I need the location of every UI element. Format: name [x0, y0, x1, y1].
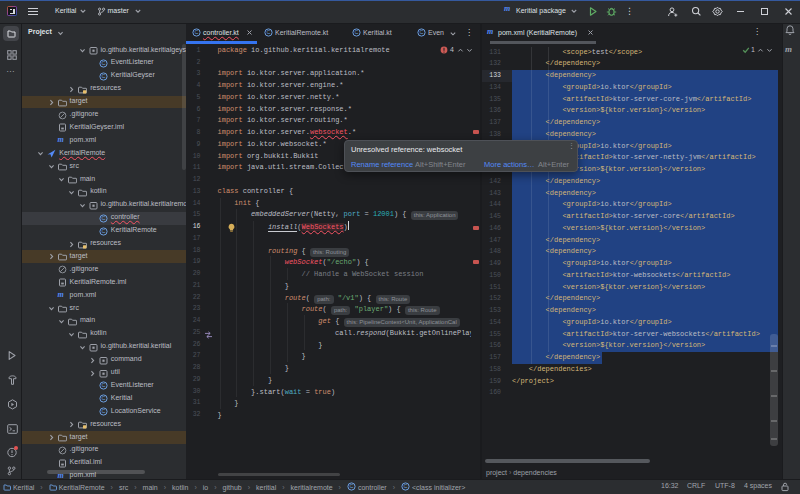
svg-text:C: C — [101, 396, 105, 402]
svg-text:C: C — [101, 409, 105, 415]
svg-text:C: C — [101, 383, 105, 389]
svg-text:C: C — [101, 228, 105, 234]
svg-text:C: C — [101, 73, 105, 79]
svg-text:C: C — [101, 215, 105, 221]
svg-text:C: C — [350, 483, 354, 489]
svg-text:C: C — [404, 483, 408, 489]
svg-text:C: C — [101, 60, 105, 66]
